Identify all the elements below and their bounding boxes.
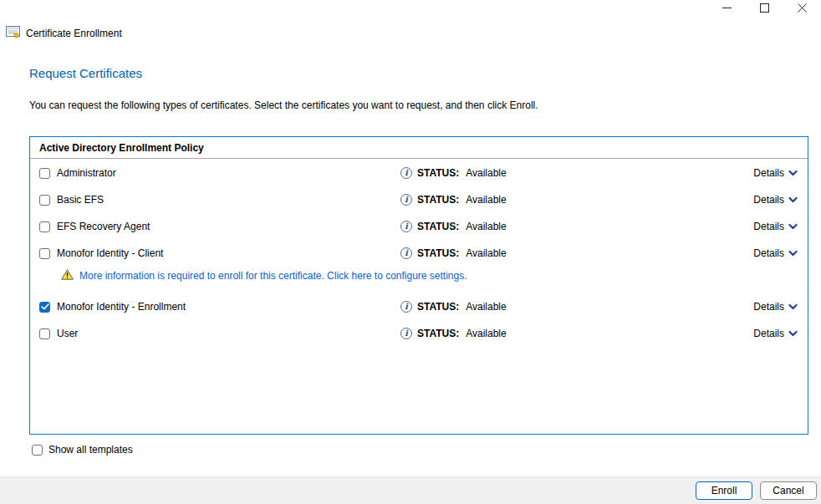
chevron-down-icon bbox=[788, 167, 798, 179]
details-toggle[interactable]: Details bbox=[753, 247, 798, 259]
details-toggle[interactable]: Details bbox=[753, 167, 798, 179]
page-description: You can request the following types of c… bbox=[29, 99, 538, 111]
chevron-down-icon bbox=[788, 221, 798, 232]
certificate-row-user[interactable]: User i STATUS: Available Details bbox=[30, 320, 808, 347]
info-icon: i bbox=[400, 247, 412, 259]
checkbox-monofor-identity-client[interactable] bbox=[39, 248, 50, 259]
status-value: Available bbox=[466, 167, 506, 179]
maximize-button[interactable] bbox=[746, 0, 783, 18]
certificate-icon bbox=[6, 25, 21, 41]
info-icon: i bbox=[400, 301, 412, 313]
footer-bar: Enroll Cancel bbox=[0, 476, 821, 504]
chevron-down-icon bbox=[788, 194, 798, 206]
checkbox-monofor-identity-enrollment[interactable] bbox=[39, 302, 50, 313]
status-group: i STATUS: Available bbox=[400, 328, 507, 339]
window-controls bbox=[708, 0, 821, 18]
status-group: i STATUS: Available bbox=[400, 194, 507, 206]
certificate-row-monofor-identity-enrollment[interactable]: Monofor Identity - Enrollment i STATUS: … bbox=[30, 293, 808, 320]
status-group: i STATUS: Available bbox=[400, 221, 507, 232]
certificate-enrollment-dialog: { "window": { "header_title": "Certifica… bbox=[0, 0, 821, 504]
certificate-row-efs-recovery-agent[interactable]: EFS Recovery Agent i STATUS: Available D… bbox=[30, 213, 808, 240]
app-header: Certificate Enrollment bbox=[6, 25, 122, 41]
app-header-title: Certificate Enrollment bbox=[26, 28, 122, 39]
chevron-down-icon bbox=[788, 247, 798, 259]
close-icon bbox=[798, 3, 807, 15]
details-label: Details bbox=[753, 247, 784, 259]
details-label: Details bbox=[753, 328, 784, 339]
show-all-templates-label: Show all templates bbox=[48, 444, 133, 456]
details-label: Details bbox=[753, 167, 784, 179]
status-group: i STATUS: Available bbox=[400, 167, 507, 179]
info-icon: i bbox=[400, 167, 412, 179]
certificate-rows: Administrator i STATUS: Available Detail… bbox=[30, 159, 808, 347]
list-header: Active Directory Enrollment Policy bbox=[30, 137, 808, 159]
info-icon: i bbox=[400, 194, 412, 206]
details-toggle[interactable]: Details bbox=[753, 301, 798, 313]
configure-settings-link[interactable]: More information is required to enroll f… bbox=[79, 270, 467, 282]
status-label: STATUS: bbox=[417, 167, 459, 179]
chevron-down-icon bbox=[788, 328, 798, 339]
status-value: Available bbox=[466, 301, 506, 313]
details-label: Details bbox=[753, 301, 784, 313]
page-title: Request Certificates bbox=[29, 66, 142, 80]
enroll-button[interactable]: Enroll bbox=[696, 481, 752, 500]
status-value: Available bbox=[466, 194, 506, 206]
status-group: i STATUS: Available bbox=[400, 247, 507, 259]
details-toggle[interactable]: Details bbox=[753, 194, 798, 206]
close-button[interactable] bbox=[783, 0, 821, 18]
certificate-label: EFS Recovery Agent bbox=[57, 221, 150, 232]
status-label: STATUS: bbox=[417, 301, 459, 313]
certificate-label: Administrator bbox=[57, 167, 116, 179]
certificate-label: Basic EFS bbox=[57, 194, 104, 206]
checkbox-efs-recovery-agent[interactable] bbox=[39, 221, 50, 232]
status-value: Available bbox=[466, 247, 506, 259]
status-label: STATUS: bbox=[417, 328, 459, 339]
maximize-icon bbox=[760, 3, 769, 15]
enrollment-policy-list: Active Directory Enrollment Policy Admin… bbox=[29, 136, 808, 435]
status-value: Available bbox=[466, 328, 506, 339]
minimize-button[interactable] bbox=[708, 0, 746, 18]
certificate-label: Monofor Identity - Enrollment bbox=[57, 301, 186, 313]
status-label: STATUS: bbox=[417, 247, 459, 259]
certificate-row-monofor-identity-client[interactable]: Monofor Identity - Client i STATUS: Avai… bbox=[30, 240, 808, 267]
status-label: STATUS: bbox=[417, 194, 459, 206]
checkbox-user[interactable] bbox=[39, 328, 50, 339]
status-value: Available bbox=[466, 221, 506, 232]
details-toggle[interactable]: Details bbox=[753, 221, 798, 232]
details-label: Details bbox=[753, 221, 784, 232]
cancel-button[interactable]: Cancel bbox=[760, 481, 817, 500]
more-information-warning: More information is required to enroll f… bbox=[30, 267, 808, 285]
chevron-down-icon bbox=[788, 301, 798, 313]
certificate-row-administrator[interactable]: Administrator i STATUS: Available Detail… bbox=[30, 160, 808, 186]
show-all-templates[interactable]: Show all templates bbox=[32, 444, 133, 456]
status-group: i STATUS: Available bbox=[400, 301, 507, 313]
minimize-icon bbox=[722, 3, 732, 15]
details-toggle[interactable]: Details bbox=[753, 328, 798, 339]
info-icon: i bbox=[400, 221, 412, 232]
certificate-label: User bbox=[57, 328, 78, 339]
warning-icon bbox=[61, 269, 74, 283]
certificate-row-basic-efs[interactable]: Basic EFS i STATUS: Available Details bbox=[30, 186, 808, 213]
checkbox-administrator[interactable] bbox=[39, 168, 50, 179]
certificate-label: Monofor Identity - Client bbox=[57, 247, 163, 259]
status-label: STATUS: bbox=[417, 221, 459, 232]
show-all-templates-checkbox[interactable] bbox=[32, 445, 43, 456]
info-icon: i bbox=[400, 328, 412, 339]
checkbox-basic-efs[interactable] bbox=[39, 195, 50, 206]
details-label: Details bbox=[753, 194, 784, 206]
